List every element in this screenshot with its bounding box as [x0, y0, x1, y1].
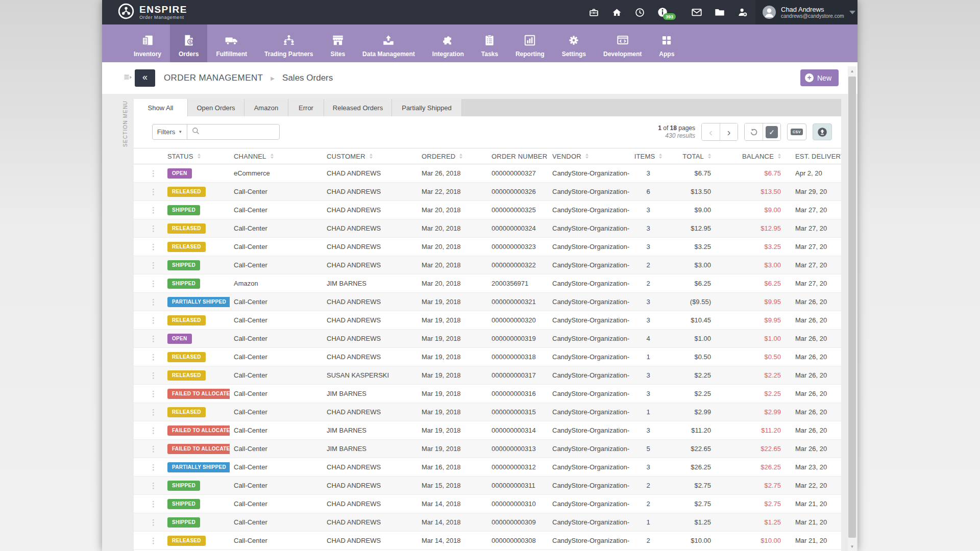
- column-header-order_number[interactable]: ORDER NUMBER: [485, 153, 547, 160]
- table-row[interactable]: ⋮RELEASEDCall-CenterCHAD ANDREWSMar 14, …: [134, 532, 841, 550]
- row-drag-handle[interactable]: ⋮: [134, 169, 162, 178]
- table-row[interactable]: ⋮SHIPPEDCall-CenterCHAD ANDREWSMar 14, 2…: [134, 495, 841, 513]
- collapse-panel-button[interactable]: «: [135, 69, 155, 87]
- sort-icon[interactable]: [708, 154, 711, 159]
- nav-item-settings[interactable]: Settings: [553, 24, 595, 62]
- new-order-button[interactable]: + New: [800, 69, 839, 86]
- home-icon[interactable]: [611, 7, 622, 18]
- row-drag-handle[interactable]: ⋮: [134, 463, 162, 472]
- export-csv-button[interactable]: CSV: [787, 123, 806, 140]
- scrollbar-thumb[interactable]: [848, 77, 856, 538]
- section-menu-icon[interactable]: [124, 74, 132, 84]
- folder-icon[interactable]: [714, 7, 725, 18]
- row-drag-handle[interactable]: ⋮: [134, 242, 162, 252]
- table-row[interactable]: ⋮PARTIALLY SHIPPEDCall-CenterCHAD ANDREW…: [134, 293, 841, 311]
- row-drag-handle[interactable]: ⋮: [134, 316, 162, 325]
- column-header-status[interactable]: STATUS: [162, 153, 230, 160]
- vertical-scrollbar[interactable]: ▲ ▼: [848, 66, 856, 551]
- tab-error[interactable]: Error: [288, 99, 324, 116]
- filters-dropdown[interactable]: Filters ▼: [153, 124, 187, 139]
- row-drag-handle[interactable]: ⋮: [134, 389, 162, 398]
- scroll-down-icon[interactable]: ▼: [848, 542, 856, 551]
- nav-item-fulfillment[interactable]: Fulfillment: [207, 24, 256, 62]
- person-add-icon[interactable]: [737, 7, 748, 18]
- row-drag-handle[interactable]: ⋮: [134, 536, 162, 545]
- row-drag-handle[interactable]: ⋮: [134, 353, 162, 362]
- column-header-ordered[interactable]: ORDERED: [419, 153, 485, 160]
- sort-icon[interactable]: [585, 154, 589, 159]
- table-row[interactable]: ⋮RELEASEDCall-CenterCHAD ANDREWSMar 19, …: [134, 348, 841, 366]
- table-row[interactable]: ⋮SHIPPEDCall-CenterCHAD ANDREWSMar 14, 2…: [134, 513, 841, 532]
- table-row[interactable]: ⋮SHIPPEDCall-CenterCHAD ANDREWSMar 15, 2…: [134, 477, 841, 495]
- info-icon[interactable]: 393: [657, 7, 668, 18]
- table-row[interactable]: ⋮RELEASEDCall-CenterCHAD ANDREWSMar 19, …: [134, 311, 841, 330]
- search-input[interactable]: [203, 128, 275, 136]
- nav-item-inventory[interactable]: Inventory: [125, 24, 170, 62]
- table-row[interactable]: ⋮OPENCall-CenterCHAD ANDREWSMar 19, 2018…: [134, 330, 841, 348]
- nav-item-data-management[interactable]: Data Management: [354, 24, 424, 62]
- row-drag-handle[interactable]: ⋮: [134, 297, 162, 307]
- row-drag-handle[interactable]: ⋮: [134, 481, 162, 490]
- tab-amazon[interactable]: Amazon: [244, 99, 288, 116]
- row-drag-handle[interactable]: ⋮: [134, 371, 162, 380]
- table-row[interactable]: ⋮RELEASEDCall-CenterCHAD ANDREWSMar 19, …: [134, 403, 841, 421]
- table-row[interactable]: ⋮FAILED TO ALLOCATECall-CenterJIM BARNES…: [134, 440, 841, 458]
- column-header-items[interactable]: ITEMS: [633, 153, 664, 160]
- sort-icon[interactable]: [659, 154, 662, 159]
- tab-open-orders[interactable]: Open Orders: [188, 99, 244, 116]
- row-drag-handle[interactable]: ⋮: [134, 224, 162, 233]
- column-header-channel[interactable]: CHANNEL: [230, 153, 323, 160]
- nav-item-orders[interactable]: $ Orders: [170, 24, 207, 62]
- scroll-up-icon[interactable]: ▲: [848, 66, 856, 76]
- next-page-button[interactable]: ›: [720, 123, 738, 140]
- table-row[interactable]: ⋮FAILED TO ALLOCATECall-CenterJIM BARNES…: [134, 421, 841, 440]
- row-drag-handle[interactable]: ⋮: [134, 334, 162, 343]
- table-row[interactable]: ⋮RELEASEDCall-CenterCHAD ANDREWSMar 22, …: [134, 183, 841, 201]
- nav-item-sites[interactable]: Sites: [322, 24, 354, 62]
- nav-item-apps[interactable]: Apps: [650, 24, 683, 62]
- briefcase-icon[interactable]: [588, 7, 599, 18]
- clock-icon[interactable]: [634, 7, 645, 18]
- table-row[interactable]: ⋮SHIPPEDAmazonJIM BARNESMar 20, 20182000…: [134, 274, 841, 293]
- row-drag-handle[interactable]: ⋮: [134, 408, 162, 417]
- tab-partially-shipped[interactable]: Partially Shipped: [392, 99, 462, 116]
- table-row[interactable]: ⋮SHIPPEDCall-CenterCHAD ANDREWSMar 20, 2…: [134, 256, 841, 274]
- sort-icon[interactable]: [370, 154, 373, 159]
- nav-item-integration[interactable]: Integration: [424, 24, 473, 62]
- table-row[interactable]: ⋮RELEASEDCall-CenterCHAD ANDREWSMar 20, …: [134, 238, 841, 256]
- prev-page-button[interactable]: ‹: [702, 123, 720, 140]
- table-row[interactable]: ⋮SHIPPEDCall-CenterCHAD ANDREWSMar 20, 2…: [134, 201, 841, 219]
- sort-icon[interactable]: [198, 154, 201, 159]
- column-header-vendor[interactable]: VENDOR: [547, 153, 633, 160]
- row-drag-handle[interactable]: ⋮: [134, 187, 162, 196]
- refresh-button[interactable]: [745, 123, 763, 140]
- column-header-customer[interactable]: CUSTOMER: [323, 153, 419, 160]
- column-header-total[interactable]: TOTAL: [664, 153, 714, 160]
- tab-released-orders[interactable]: Released Orders: [324, 99, 392, 116]
- select-all-button[interactable]: ✓: [763, 123, 780, 140]
- sort-icon[interactable]: [778, 154, 781, 159]
- table-row[interactable]: ⋮RELEASEDCall-CenterSUSAN KASPERSKIMar 1…: [134, 366, 841, 385]
- row-drag-handle[interactable]: ⋮: [134, 444, 162, 454]
- nav-item-tasks[interactable]: Tasks: [473, 24, 507, 62]
- table-row[interactable]: ⋮RELEASEDCall-CenterCHAD ANDREWSMar 20, …: [134, 219, 841, 238]
- row-drag-handle[interactable]: ⋮: [134, 499, 162, 509]
- table-row[interactable]: ⋮PARTIALLY SHIPPEDCall-CenterCHAD ANDREW…: [134, 458, 841, 477]
- column-header-balance[interactable]: BALANCE: [714, 153, 783, 160]
- breadcrumb-section[interactable]: ORDER MANAGEMENT: [164, 73, 263, 83]
- tab-show-all[interactable]: Show All: [134, 99, 188, 116]
- nav-item-reporting[interactable]: Reporting: [507, 24, 553, 62]
- nav-item-trading-partners[interactable]: Trading Partners: [256, 24, 322, 62]
- sort-icon[interactable]: [271, 154, 274, 159]
- row-drag-handle[interactable]: ⋮: [134, 261, 162, 270]
- column-header-est_delivery[interactable]: EST. DELIVERY: [783, 153, 841, 160]
- mail-icon[interactable]: [691, 7, 702, 18]
- table-row[interactable]: ⋮FAILED TO ALLOCATECall-CenterJIM BARNES…: [134, 385, 841, 403]
- row-drag-handle[interactable]: ⋮: [134, 518, 162, 527]
- row-drag-handle[interactable]: ⋮: [134, 206, 162, 215]
- sort-icon[interactable]: [459, 154, 462, 159]
- table-row[interactable]: ⋮OPENeCommerceCHAD ANDREWSMar 26, 201800…: [134, 164, 841, 183]
- row-drag-handle[interactable]: ⋮: [134, 426, 162, 435]
- cloud-upload-button[interactable]: [813, 123, 832, 140]
- nav-item-development[interactable]: Development: [595, 24, 650, 62]
